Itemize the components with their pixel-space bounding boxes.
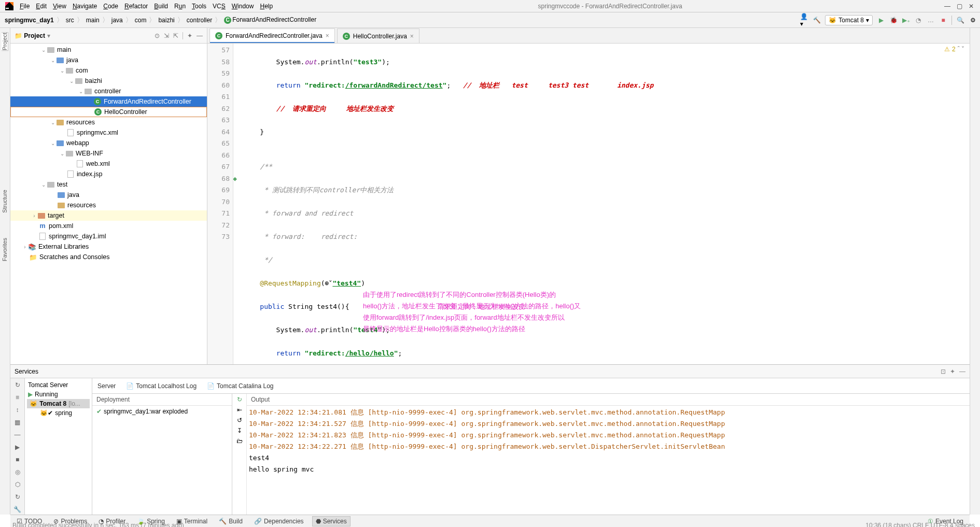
crumb-class[interactable]: CForwardAndRedirectController — [222, 16, 318, 24]
menu-window[interactable]: Window — [229, 2, 257, 11]
menu-build[interactable]: Build — [151, 2, 171, 11]
ij-logo-icon — [5, 2, 13, 10]
maximize-button[interactable]: ▢ — [957, 3, 962, 10]
build-icon[interactable]: 🔨 — [813, 16, 821, 24]
gear-icon[interactable]: ⚙ — [969, 16, 977, 24]
menu-vcs[interactable]: VCS — [209, 2, 229, 11]
run-button[interactable]: ▶ — [877, 16, 885, 24]
menu-refactor[interactable]: Refactor — [121, 2, 151, 11]
debug-button[interactable]: 🐞 — [889, 16, 898, 24]
window-title: springmvccode - ForwardAndRedirectContro… — [276, 3, 944, 10]
crumb-0[interactable]: springmvc_day1 — [3, 17, 55, 24]
run-config-dropdown[interactable]: 🐱 Tomcat 8 ▾ — [825, 15, 873, 25]
crumb-2[interactable]: main — [85, 17, 101, 24]
profiler-button[interactable]: ◔ — [914, 16, 922, 24]
crumb-3[interactable]: java — [110, 17, 124, 24]
crumb-6[interactable]: controller — [185, 17, 214, 24]
menu-help[interactable]: Help — [257, 2, 276, 11]
menu-file[interactable]: File — [17, 2, 33, 11]
crumb-4[interactable]: com — [133, 17, 148, 24]
menu-view[interactable]: View — [50, 2, 69, 11]
menu-tools[interactable]: Tools — [189, 2, 209, 11]
close-button[interactable]: ✕ — [969, 3, 974, 10]
breadcrumb: springmvc_day1〉 src〉 main〉 java〉 com〉 ba… — [3, 16, 318, 25]
crumb-5[interactable]: baizhi — [157, 17, 176, 24]
search-icon[interactable]: 🔍 — [956, 16, 964, 24]
attach-button[interactable]: … — [927, 16, 935, 24]
menu-run[interactable]: Run — [171, 2, 189, 11]
user-icon[interactable]: 👤▾ — [800, 16, 808, 24]
minimize-button[interactable]: — — [944, 3, 950, 10]
nav-toolbar: springmvc_day1〉 src〉 main〉 java〉 com〉 ba… — [0, 12, 980, 28]
menu-bar: File Edit View Navigate Code Refactor Bu… — [0, 0, 980, 12]
stop-button[interactable]: ■ — [939, 16, 947, 24]
menu-code[interactable]: Code — [100, 2, 121, 11]
coverage-button[interactable]: ▶₊ — [902, 16, 910, 24]
menu-edit[interactable]: Edit — [33, 2, 50, 11]
menu-navigate[interactable]: Navigate — [69, 2, 100, 11]
crumb-1[interactable]: src — [64, 17, 76, 24]
